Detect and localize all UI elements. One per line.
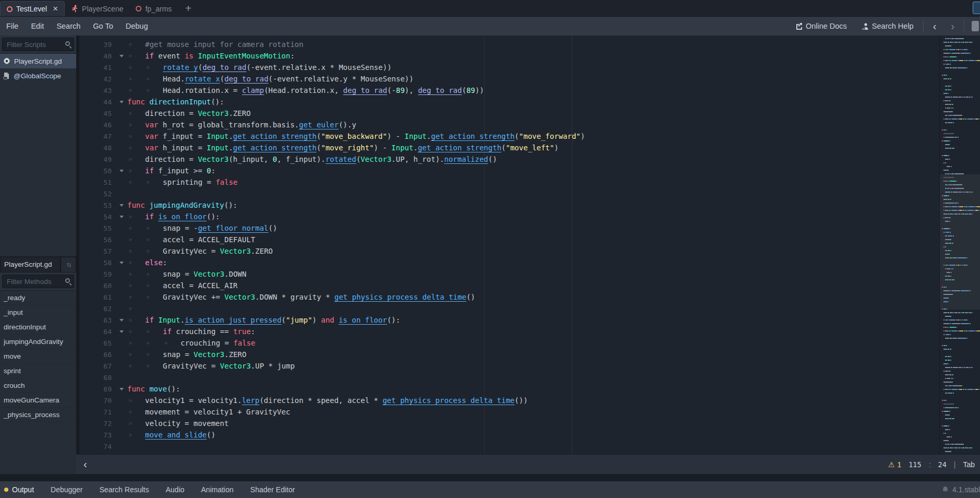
code-line[interactable]: 57»»GravityVec = Vector3.ZERO: [79, 245, 939, 257]
code-line[interactable]: 45»direction = Vector3.ZERO: [79, 108, 939, 119]
code-line[interactable]: 41»»rotate_y(deg_to_rad(-event.relative.…: [79, 62, 939, 73]
minimap-viewport[interactable]: [940, 174, 980, 310]
code-line[interactable]: 61»»GravityVec += Vector3.DOWN * gravity…: [79, 291, 939, 303]
method-item-move[interactable]: move: [0, 349, 76, 364]
code-line[interactable]: 70»velocity1 = velocity1.lerp(direction …: [79, 395, 939, 406]
code-line[interactable]: 46»var h_rot = global_transform.basis.ge…: [79, 119, 939, 131]
code-line[interactable]: 44func directionInput():: [79, 96, 939, 108]
minimap-line: [943, 53, 971, 54]
code-line[interactable]: 58»else:: [79, 257, 939, 268]
filter-scripts-input[interactable]: [2, 38, 74, 51]
history-back-button[interactable]: ‹: [928, 20, 942, 32]
history-forward-button[interactable]: ›: [946, 20, 960, 32]
distraction-free-icon[interactable]: [973, 2, 980, 14]
close-tab-icon[interactable]: ×: [53, 6, 58, 12]
bottom-tab-debugger[interactable]: Debugger: [42, 481, 91, 498]
method-item-moveGunCamera[interactable]: moveGunCamera: [0, 393, 76, 408]
minimap-token: [952, 67, 958, 68]
method-item-physicsprocess[interactable]: _physics_process: [0, 408, 76, 422]
bottom-tab-animation[interactable]: Animation: [193, 481, 242, 498]
panel-toggle-icon[interactable]: [972, 21, 979, 31]
notification-bell-icon[interactable]: [942, 486, 949, 493]
filter-methods-input[interactable]: [2, 275, 74, 288]
fold-arrow-icon[interactable]: [116, 216, 127, 218]
fold-arrow-icon[interactable]: [116, 55, 127, 57]
minimap-token: [948, 360, 950, 361]
menu-go-to[interactable]: Go To: [87, 22, 119, 30]
minimap-line: [945, 316, 951, 317]
scene-tab-fp_arms[interactable]: fp_arms: [129, 1, 178, 16]
code-line[interactable]: 55»»snap = -get_floor_normal(): [79, 222, 939, 234]
code-editor[interactable]: 39»#get mouse input for camera rotation4…: [79, 35, 939, 454]
menu-edit[interactable]: Edit: [25, 22, 50, 30]
search-help-button[interactable]: DOC Search Help: [856, 22, 919, 30]
code-token: ():: [167, 385, 180, 393]
method-item-crouch[interactable]: crouch: [0, 378, 76, 393]
minimap[interactable]: [939, 35, 980, 454]
method-item-sprint[interactable]: sprint: [0, 364, 76, 378]
code-line[interactable]: 65»»»crouching = false: [79, 337, 939, 349]
code-line[interactable]: 50»if f_input >= 0:: [79, 165, 939, 176]
menu-search[interactable]: Search: [50, 22, 87, 30]
bottom-tab-output[interactable]: Output: [0, 481, 42, 498]
code-line[interactable]: 63»if Input.is_action_just_pressed("jump…: [79, 314, 939, 326]
code-line[interactable]: 68: [79, 372, 939, 383]
code-line[interactable]: 51»»sprinting = false: [79, 176, 939, 188]
script-item-globalscope[interactable]: @GlobalScope: [0, 68, 76, 83]
fold-arrow-icon[interactable]: [116, 388, 127, 390]
method-item-directionInput[interactable]: directionInput: [0, 320, 76, 335]
code-line[interactable]: 67»»GravityVec = Vector3.UP * jump: [79, 360, 939, 372]
method-item-jumpingAndGravity[interactable]: jumpingAndGravity: [0, 335, 76, 349]
scene-tab-testlevel[interactable]: TestLevel×: [0, 1, 65, 16]
line-number: 59: [79, 270, 116, 278]
script-item-playerscriptgd[interactable]: PlayerScript.gd: [0, 54, 76, 68]
menu-file[interactable]: File: [0, 22, 25, 30]
method-item-ready[interactable]: _ready: [0, 291, 76, 305]
code-token: "move_left": [506, 144, 554, 152]
fold-arrow-icon[interactable]: [116, 170, 127, 172]
code-line[interactable]: 71»movement = velocity1 + GravityVec: [79, 406, 939, 418]
code-line[interactable]: 73»move_and_slide(): [79, 429, 939, 441]
code-line[interactable]: 48»var h_input = Input.get_action_streng…: [79, 142, 939, 153]
sort-methods-button[interactable]: ↑↓: [61, 257, 76, 272]
code-line[interactable]: 52: [79, 188, 939, 199]
bottom-tab-audio[interactable]: Audio: [157, 481, 193, 498]
line-number: 49: [79, 156, 116, 163]
bottom-tab-shader-editor[interactable]: Shader Editor: [242, 481, 304, 498]
code-line[interactable]: 42»»Head.rotate_x(deg_to_rad(-event.rela…: [79, 73, 939, 85]
method-item-input[interactable]: _input: [0, 305, 76, 320]
code-token: get_action_strength: [233, 144, 317, 152]
bottom-tab-search-results[interactable]: Search Results: [91, 481, 158, 498]
code-line[interactable]: 54»if is_on_floor():: [79, 211, 939, 222]
code-line[interactable]: 49»direction = Vector3(h_input, 0, f_inp…: [79, 153, 939, 165]
fold-arrow-icon[interactable]: [116, 101, 127, 103]
code-line[interactable]: 62»: [79, 303, 939, 314]
online-docs-button[interactable]: Online Docs: [790, 22, 852, 30]
code-line[interactable]: 74: [79, 441, 939, 452]
code-line[interactable]: 47»var f_input = Input.get_action_streng…: [79, 131, 939, 142]
code-line[interactable]: 43»»Head.rotation.x = clamp(Head.rotatio…: [79, 85, 939, 96]
script-list: PlayerScript.gd@GlobalScope: [0, 53, 76, 83]
fold-arrow-icon[interactable]: [116, 330, 127, 333]
code-line[interactable]: 39»#get mouse input for camera rotation: [79, 39, 939, 50]
code-line[interactable]: 53func jumpingAndGravity():: [79, 199, 939, 211]
menu-debug[interactable]: Debug: [119, 22, 154, 30]
scene-tab-playerscene[interactable]: PlayerScene: [65, 1, 129, 16]
code-line[interactable]: 59»»snap = Vector3.DOWN: [79, 268, 939, 280]
code-line[interactable]: 72»velocity = movement: [79, 418, 939, 429]
minimap-token: [946, 319, 948, 321]
add-scene-tab-button[interactable]: +: [178, 3, 199, 16]
collapse-scripts-panel-button[interactable]: ‹: [76, 458, 94, 470]
code-token: Input: [391, 144, 413, 152]
warning-badge[interactable]: ⚠ 1: [888, 460, 901, 469]
minimap-token: [948, 235, 952, 236]
code-line[interactable]: 66»»snap = Vector3.ZERO: [79, 349, 939, 360]
code-line[interactable]: 56»»accel = ACCEL_DEFAULT: [79, 234, 939, 245]
fold-arrow-icon[interactable]: [116, 319, 127, 322]
code-line[interactable]: 64»»if crouching == true:: [79, 326, 939, 337]
code-line[interactable]: 69func move():: [79, 383, 939, 395]
fold-arrow-icon[interactable]: [116, 204, 127, 207]
code-line[interactable]: 60»»accel = ACCEL_AIR: [79, 280, 939, 291]
code-line[interactable]: 40»if event is InputEventMouseMotion:: [79, 50, 939, 62]
fold-arrow-icon[interactable]: [116, 262, 127, 264]
